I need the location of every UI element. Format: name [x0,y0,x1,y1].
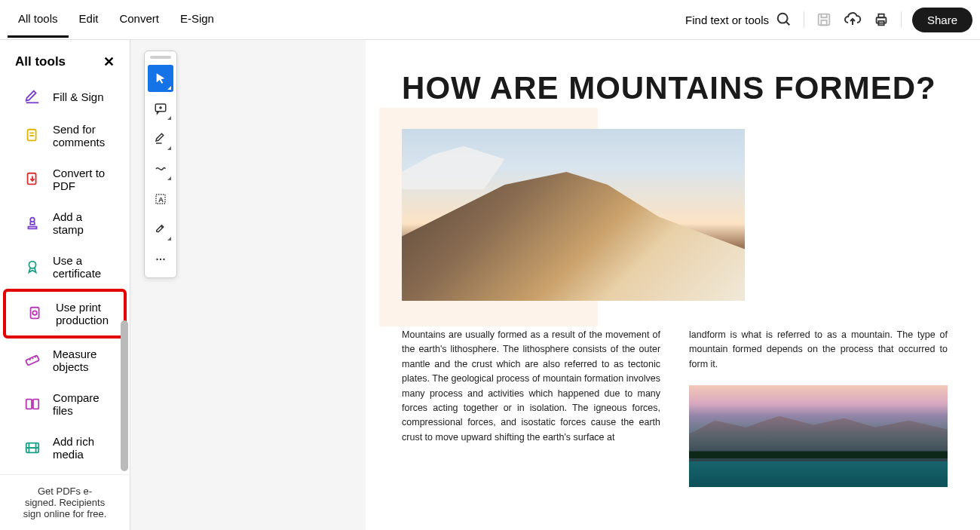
sidebar-title: All tools [15,54,66,69]
svg-point-9 [30,218,35,222]
tab-esign[interactable]: E-Sign [170,2,225,38]
cloud-upload-icon[interactable] [844,11,862,29]
media-icon [24,440,41,456]
svg-rect-5 [878,14,884,18]
column-1: Mountains are usually formed as a result… [402,328,660,487]
svg-line-1 [786,22,790,26]
svg-point-25 [163,259,164,260]
svg-point-23 [156,259,158,260]
tool-label: Use print production [56,301,109,326]
column-2: landform is what is referred to as a mou… [689,328,948,487]
tool-label: Measure objects [53,348,115,373]
erase-tool[interactable] [148,216,173,243]
divider [804,11,804,28]
tool-label: Compare files [53,391,115,417]
svg-text:A: A [158,195,164,204]
highlight-tool[interactable] [148,125,173,152]
tool-add-stamp[interactable]: Add a stamp [0,201,130,245]
ruler-icon [24,352,41,369]
svg-point-24 [160,259,161,260]
tab-convert[interactable]: Convert [109,2,170,38]
content-area: A HOW ARE MOUNTAINS FORMED? Mountains ar… [130,40,980,530]
tool-label: Use a certificate [53,254,115,280]
snow-shape [402,146,505,189]
tool-compare-files[interactable]: Compare files [0,382,130,426]
sidebar-header: All tools ✕ [0,40,130,79]
find-text-or-tools[interactable]: Find text or tools [685,11,793,29]
sidebar: All tools ✕ Fill & Sign Send for comment… [0,40,130,530]
tool-add-rich-media[interactable]: Add rich media [0,426,130,470]
document-page: HOW ARE MOUNTAINS FORMED? Mountains are … [366,40,980,530]
stamp-icon [24,215,41,231]
tool-use-certificate[interactable]: Use a certificate [0,245,130,289]
svg-point-0 [778,14,788,23]
tool-label: Send for comments [53,123,115,149]
save-icon[interactable] [815,11,833,29]
svg-rect-13 [26,355,39,366]
tool-fill-sign[interactable]: Fill & Sign [0,79,130,114]
tool-convert-pdf[interactable]: Convert to PDF [0,158,130,201]
mountain-shape [402,172,745,301]
comment-doc-icon [24,127,41,144]
top-right: Find text or tools Share [685,8,972,32]
toolbar-handle[interactable] [150,56,171,59]
print-icon[interactable] [872,11,890,29]
draw-tool[interactable] [148,155,173,182]
svg-rect-3 [821,20,826,25]
pen-sign-icon [24,88,41,105]
compare-icon [24,396,41,412]
svg-rect-14 [26,400,32,409]
tab-all-tools[interactable]: All tools [8,2,69,38]
svg-rect-15 [33,400,38,409]
tool-label: Add rich media [53,435,115,461]
select-tool[interactable] [148,65,173,92]
share-button[interactable]: Share [912,8,972,32]
print-prod-icon [27,305,44,322]
tool-print-production[interactable]: Use print production [3,289,127,339]
text-select-tool[interactable]: A [148,185,173,213]
comment-tool[interactable] [148,95,173,122]
tools-list: Fill & Sign Send for comments Convert to… [0,79,130,474]
svg-rect-8 [28,173,36,185]
sidebar-footer: Get PDFs e-signed. Recipients sign onlin… [0,474,130,530]
certificate-icon [24,259,41,275]
svg-rect-11 [31,308,39,319]
main-area: All tools ✕ Fill & Sign Send for comment… [0,40,980,530]
scrollbar-thumb[interactable] [121,320,128,471]
hero-image-wrap [402,129,948,301]
tool-guided-actions[interactable]: Use guided actions [0,470,130,474]
convert-icon [24,171,41,188]
top-bar: All tools Edit Convert E-Sign Find text … [0,0,980,40]
tool-label: Convert to PDF [53,167,115,192]
top-tabs: All tools Edit Convert E-Sign [8,2,225,38]
tool-label: Add a stamp [53,210,115,236]
tab-edit[interactable]: Edit [69,2,109,38]
tool-label: Fill & Sign [53,90,104,103]
secondary-image [689,385,948,487]
divider [901,11,902,28]
search-icon [775,11,793,29]
article-columns: Mountains are usually formed as a result… [402,328,948,487]
close-icon[interactable]: ✕ [103,54,115,70]
tool-send-comments[interactable]: Send for comments [0,114,130,158]
svg-point-10 [29,262,35,268]
hero-image [402,129,745,301]
find-label: Find text or tools [685,14,769,26]
tool-measure-objects[interactable]: Measure objects [0,339,130,382]
column-2-text: landform is what is referred to as a mou… [689,328,948,372]
page-title: HOW ARE MOUNTAINS FORMED? [402,70,948,106]
more-tools[interactable] [148,246,173,273]
svg-point-12 [32,311,37,315]
floating-toolbar[interactable]: A [144,51,177,278]
